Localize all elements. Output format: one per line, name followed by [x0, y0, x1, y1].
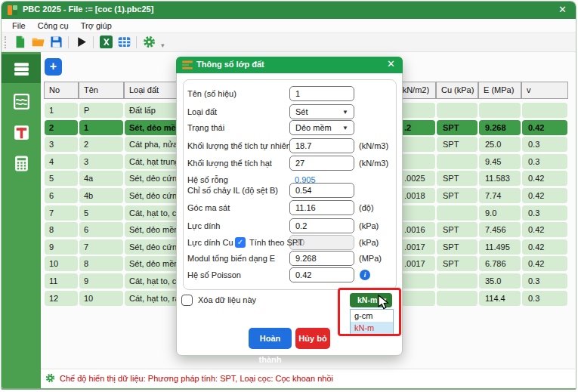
table-cell-ten[interactable]: 4b — [79, 188, 123, 203]
table-cell-v[interactable]: 0.3 — [522, 291, 567, 306]
table-cell-no[interactable]: 3 — [45, 137, 78, 152]
table-cell-v[interactable]: 0.3 — [522, 154, 567, 169]
cancel-button[interactable]: Hủy bỏ — [295, 328, 330, 349]
table-cell-no[interactable]: 1 — [45, 103, 78, 118]
menu-file[interactable]: File — [6, 19, 32, 32]
toolbar-overflow-icon[interactable]: ▾ — [161, 42, 165, 49]
table-header-ten[interactable]: Tên — [79, 82, 124, 99]
table-cell-ten[interactable]: P — [79, 103, 123, 118]
table-cell-ten[interactable]: 3 — [79, 154, 123, 169]
table-cell-cu[interactable] — [437, 291, 478, 306]
table-cell-e[interactable] — [479, 103, 521, 118]
menu-help[interactable]: Trợ giúp — [75, 19, 118, 32]
table-cell-cu[interactable] — [437, 103, 478, 118]
field-input[interactable]: 0.42 — [289, 267, 354, 282]
table-cell-cu[interactable]: SPT — [437, 171, 478, 186]
window-close-icon[interactable]: ✕ — [558, 4, 567, 15]
table-cell-ten[interactable]: 5 — [79, 205, 123, 221]
unit-system-dropdown[interactable]: kN-m ▼ — [350, 293, 392, 307]
table-cell-v[interactable]: 0.42 — [522, 239, 567, 255]
info-icon[interactable]: i — [360, 270, 370, 280]
table-cell-v[interactable]: 0.3 — [522, 273, 567, 289]
table-cell-e[interactable]: 7.74 — [479, 188, 521, 203]
table-cell-e[interactable]: 7.456 — [479, 222, 521, 237]
table-cell-ten[interactable]: 10 — [79, 291, 123, 306]
table-cell-e[interactable]: 9.268 — [479, 120, 521, 135]
unit-option-kN-m[interactable]: kN-m — [351, 322, 393, 334]
field-input[interactable]: Dẻo mềm▼ — [289, 120, 354, 135]
table-cell-ten[interactable]: 7 — [79, 239, 123, 255]
sidebar-item-soil-profile[interactable] — [2, 87, 41, 116]
table-cell-v[interactable]: 0.42 — [522, 171, 567, 186]
table-cell-no[interactable]: 7 — [45, 205, 78, 221]
menu-tools[interactable]: Công cụ — [32, 19, 75, 32]
table-cell-e[interactable]: 11.495 — [479, 239, 521, 255]
table-cell-ten[interactable]: 9 — [79, 273, 123, 289]
table-header-v[interactable]: v — [521, 82, 568, 99]
table-header-cu[interactable]: Cu (kPa) — [436, 82, 478, 99]
table-cell-no[interactable]: 6 — [45, 188, 78, 203]
table-cell-v[interactable]: 0.42 — [522, 188, 567, 203]
field-input[interactable]: 18.7 — [289, 138, 354, 153]
table-header-e[interactable]: E (MPa) — [478, 82, 521, 99]
finish-button[interactable]: Hoàn thành — [249, 328, 292, 349]
table-cell-cu[interactable]: SPT — [437, 137, 478, 152]
table-cell-e[interactable]: 114.4 — [479, 291, 521, 306]
table-cell-no[interactable]: 8 — [45, 222, 78, 237]
field-input[interactable]: 11.16 — [289, 200, 354, 215]
table-cell-v[interactable]: 0.3 — [522, 137, 567, 152]
table-cell-v[interactable]: 0.42 — [522, 256, 567, 271]
field-input[interactable]: 27 — [289, 156, 354, 171]
table-cell-e[interactable]: 11.583 — [479, 171, 521, 186]
field-input[interactable]: 1 — [289, 86, 354, 101]
table-cell-no[interactable]: 11 — [45, 273, 78, 289]
table-cell-cu[interactable] — [437, 205, 478, 221]
table-cell-cu[interactable]: SPT — [437, 256, 478, 271]
table-cell-cu[interactable]: SPT — [437, 222, 478, 237]
table-cell-no[interactable]: 10 — [45, 256, 78, 271]
table-cell-no[interactable]: 12 — [45, 291, 78, 306]
settings-button[interactable] — [141, 34, 157, 51]
table-cell-ten[interactable]: 2 — [79, 137, 123, 152]
table-view-button[interactable] — [116, 34, 132, 51]
table-cell-cu[interactable]: SPT — [437, 239, 478, 255]
sidebar-item-calculation[interactable] — [2, 149, 41, 177]
table-cell-v[interactable]: 0.42 — [522, 222, 567, 237]
spt-checkbox[interactable]: ✓ — [235, 237, 246, 248]
table-cell-no[interactable]: 5 — [45, 171, 78, 186]
open-file-button[interactable] — [29, 34, 46, 51]
table-cell-e[interactable]: 6.786 — [479, 256, 521, 271]
table-cell-e[interactable]: 35.0 — [479, 273, 521, 289]
table-cell-cu[interactable]: SPT — [437, 188, 478, 203]
field-input[interactable]: Sét▼ — [289, 104, 354, 119]
unit-option-g-cm[interactable]: g-cm — [351, 310, 393, 322]
table-cell-v[interactable]: 0.42 — [522, 120, 567, 135]
table-header-no[interactable]: No — [44, 82, 79, 99]
table-cell-no[interactable]: 9 — [45, 239, 78, 255]
table-cell-v[interactable] — [522, 103, 567, 118]
sidebar-item-soil-layers-table[interactable] — [2, 54, 41, 83]
field-input[interactable]: 0.2 — [289, 218, 354, 233]
table-cell-ten[interactable]: 1 — [79, 120, 123, 135]
table-cell-v[interactable]: 0.3 — [522, 205, 567, 221]
table-cell-e[interactable]: 25.0 — [479, 137, 521, 152]
delete-data-checkbox[interactable] — [181, 295, 193, 306]
save-button[interactable] — [48, 34, 64, 51]
dialog-close-icon[interactable]: ✕ — [387, 58, 395, 69]
table-cell-no[interactable]: 2 — [45, 120, 78, 135]
table-cell-ten[interactable]: 4a — [79, 171, 123, 186]
run-button[interactable] — [73, 34, 89, 51]
field-input[interactable]: 0.54 — [289, 183, 354, 198]
table-cell-e[interactable]: 9.45 — [479, 154, 521, 169]
sidebar-item-pile-section[interactable] — [2, 118, 41, 147]
table-cell-ten[interactable]: 8 — [79, 256, 123, 271]
field-input[interactable]: 9.268 — [289, 251, 354, 266]
table-cell-cu[interactable] — [437, 154, 478, 169]
table-cell-cu[interactable] — [437, 273, 478, 289]
new-file-button[interactable] — [11, 34, 28, 51]
table-cell-ten[interactable]: 6 — [79, 222, 123, 237]
add-layer-button[interactable]: + — [45, 58, 62, 76]
excel-export-button[interactable] — [97, 34, 114, 51]
table-cell-cu[interactable]: SPT — [437, 120, 478, 135]
table-cell-no[interactable]: 4 — [45, 154, 78, 169]
